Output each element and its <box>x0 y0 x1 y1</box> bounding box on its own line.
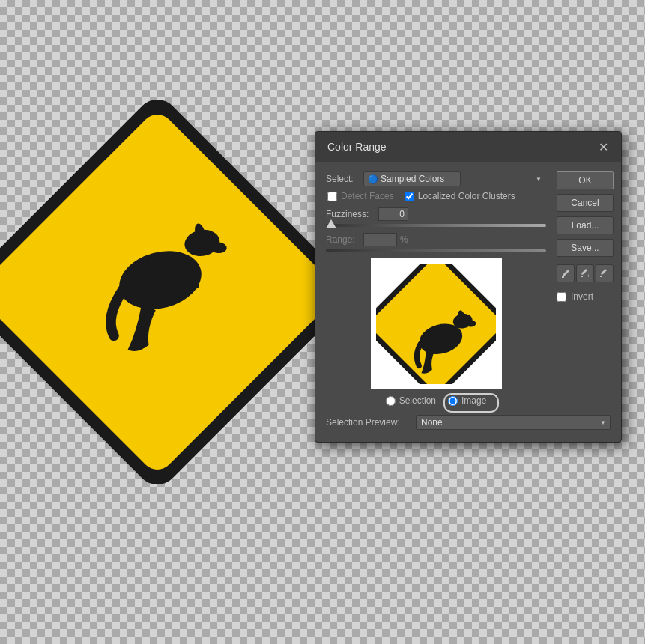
selection-radio-item[interactable]: Selection <box>386 395 436 406</box>
detect-faces-checkbox[interactable] <box>327 192 337 201</box>
localized-clusters-option[interactable]: Localized Color Clusters <box>405 191 515 201</box>
eyedropper-plus-icon: + <box>580 268 590 279</box>
range-label: Range: <box>326 234 363 245</box>
sampled-colors-select[interactable]: Sampled Colors <box>363 171 461 186</box>
select-label: Select: <box>326 174 363 184</box>
fuzziness-thumb[interactable] <box>326 219 336 228</box>
image-radio-item[interactable]: Image <box>448 395 486 406</box>
view-mode-row: Selection Image <box>326 395 546 406</box>
dialog-main: Select: 🔵 Sampled Colors Detect Faces Lo… <box>315 171 554 413</box>
dialog-body: Select: 🔵 Sampled Colors Detect Faces Lo… <box>315 162 621 413</box>
image-radio[interactable] <box>448 396 458 406</box>
close-button[interactable]: ✕ <box>596 139 611 154</box>
svg-text:−: − <box>606 273 610 279</box>
invert-checkbox[interactable] <box>557 292 566 302</box>
selection-preview-row: Selection Preview: None <box>315 415 621 430</box>
dialog-titlebar: Color Range ✕ <box>315 132 621 162</box>
fuzziness-track <box>326 224 546 227</box>
eyedropper-minus-button[interactable]: − <box>596 264 614 282</box>
background-sign <box>0 7 330 625</box>
eyedropper-plus-button[interactable]: + <box>576 264 594 282</box>
invert-label: Invert <box>571 291 593 302</box>
preview-container <box>371 258 502 389</box>
dialog-title: Color Range <box>327 141 387 153</box>
eyedropper-minus-icon: − <box>599 268 610 279</box>
save-button[interactable]: Save... <box>557 239 614 257</box>
select-wrapper: 🔵 Sampled Colors <box>363 171 546 186</box>
detect-faces-label: Detect Faces <box>341 191 394 201</box>
svg-rect-17 <box>600 276 602 277</box>
sel-preview-select[interactable]: None <box>416 415 611 430</box>
fuzziness-row: Fuzziness: 0 <box>326 207 546 221</box>
load-button[interactable]: Load... <box>557 216 614 234</box>
fuzziness-label: Fuzziness: <box>326 209 378 219</box>
svg-point-6 <box>145 277 172 297</box>
localized-clusters-checkbox[interactable] <box>405 192 414 201</box>
svg-rect-14 <box>562 276 564 278</box>
color-range-dialog: Color Range ✕ Select: 🔵 Sampled Colors <box>315 131 622 443</box>
select-row: Select: 🔵 Sampled Colors <box>326 171 546 186</box>
eyedropper-tool-button[interactable] <box>557 264 575 282</box>
range-slider[interactable] <box>326 249 546 252</box>
invert-row: Invert <box>557 291 614 302</box>
fuzziness-slider[interactable] <box>326 224 546 227</box>
svg-rect-15 <box>581 276 583 277</box>
range-box <box>363 233 397 246</box>
selection-label: Selection <box>399 395 436 406</box>
localized-clusters-label: Localized Color Clusters <box>418 191 515 201</box>
percent-label: % <box>400 234 408 245</box>
preview-image <box>376 264 496 384</box>
fuzziness-input[interactable]: 0 <box>378 207 408 221</box>
cancel-button[interactable]: Cancel <box>557 194 614 212</box>
ok-button[interactable]: OK <box>557 171 614 189</box>
range-row: Range: % <box>326 233 546 246</box>
image-label: Image <box>461 395 486 406</box>
svg-point-12 <box>466 320 476 326</box>
options-row: Detect Faces Localized Color Clusters <box>326 191 546 201</box>
selection-radio[interactable] <box>386 396 396 406</box>
eyedropper-icon <box>560 268 571 279</box>
eyedropper-tools: + − <box>557 264 614 282</box>
svg-text:+: + <box>587 273 590 279</box>
dialog-sidebar: OK Cancel Load... Save... + <box>554 171 621 413</box>
detect-faces-option[interactable]: Detect Faces <box>327 191 394 201</box>
sel-preview-select-wrapper: None <box>416 415 611 430</box>
sel-preview-label: Selection Preview: <box>326 417 416 428</box>
